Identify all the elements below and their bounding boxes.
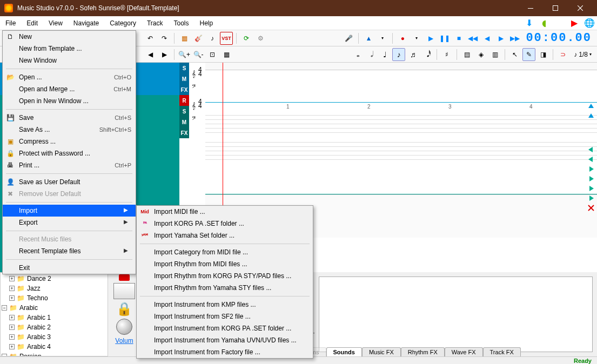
volume-knob[interactable] <box>116 319 132 335</box>
timeline-lane-2[interactable]: 1 2 3 4 <box>205 103 597 194</box>
tree-expand-icon[interactable]: + <box>9 295 15 301</box>
menu-open-merge[interactable]: Open and Merge ...Ctrl+M <box>3 83 136 95</box>
tree-expand-icon[interactable]: + <box>9 325 15 330</box>
track2-solo[interactable]: S <box>179 106 189 117</box>
zoom-sel-icon[interactable]: ⊡ <box>206 48 219 61</box>
menu-open-new-window[interactable]: Open in New Window ... <box>3 95 136 107</box>
arrow-right-icon[interactable] <box>587 194 595 202</box>
rewind-start-button[interactable]: ◀◀ <box>466 32 479 45</box>
tab-sounds[interactable]: Sounds <box>326 347 362 356</box>
eraser-tool-icon[interactable]: ◨ <box>536 48 549 61</box>
menu-track[interactable]: Track <box>142 16 169 30</box>
grid-b-icon[interactable]: ◈ <box>474 48 487 61</box>
tab-rhythm-fx[interactable]: Rhythm FX <box>401 347 445 356</box>
tab-music-fx[interactable]: Music FX <box>362 347 401 356</box>
record-dropdown-icon[interactable]: ▾ <box>410 32 423 45</box>
metronome-dropdown-icon[interactable]: ▾ <box>376 32 389 45</box>
menu-help[interactable]: Help <box>194 16 218 30</box>
menu-save-as[interactable]: Save As ...Shift+Ctrl+S <box>3 124 136 136</box>
maximize-button[interactable] <box>543 0 568 16</box>
sharp-icon[interactable]: ♯ <box>440 48 453 61</box>
refresh-icon[interactable]: ⟳ <box>240 32 253 45</box>
menu-new[interactable]: 🗋New <box>3 31 136 43</box>
track2-record[interactable]: R <box>179 95 189 106</box>
stop-button[interactable]: ■ <box>452 32 465 45</box>
tree-expand-icon[interactable]: + <box>9 334 15 340</box>
category-tree[interactable]: +📁Dance 2 +📁Jazz +📁Techno −📁Arabic +📁Ara… <box>0 272 108 356</box>
redo-icon[interactable]: ↷ <box>158 32 171 45</box>
youtube-icon[interactable]: ▶ <box>567 16 582 30</box>
mixer-icon[interactable]: ▦ <box>178 32 191 45</box>
description-box[interactable] <box>319 277 593 352</box>
import-instrument-sf2[interactable]: Import Instrument from SF2 file ... <box>137 311 313 322</box>
metronome-icon[interactable]: ▲ <box>362 32 375 45</box>
track1-mute[interactable]: M <box>179 73 189 84</box>
rewind-button[interactable]: ◀ <box>480 32 493 45</box>
quarter-note-icon[interactable]: ♩ <box>378 48 391 61</box>
import-instrument-kmp[interactable]: Import Instrument from KMP files ... <box>137 299 313 311</box>
menu-protect[interactable]: 🔒Protect with Password ... <box>3 147 136 159</box>
undo-icon[interactable]: ↶ <box>144 32 157 45</box>
menu-navigate[interactable]: Navigate <box>68 16 104 30</box>
forward-end-button[interactable]: ▶▶ <box>508 32 521 45</box>
menu-exit[interactable]: Exit <box>3 262 136 274</box>
keyboard-icon[interactable] <box>113 283 135 299</box>
import-instrument-korg[interactable]: Import Instrument from KORG PA .SET fold… <box>137 322 313 334</box>
menu-export[interactable]: Export▶ <box>3 217 136 228</box>
menu-open[interactable]: 📂Open ...Ctrl+O <box>3 71 136 83</box>
tree-expand-icon[interactable]: + <box>9 315 15 320</box>
note-fx-icon[interactable]: ♪ <box>206 32 219 45</box>
delete-icon[interactable] <box>587 204 595 212</box>
import-rhythm-midi[interactable]: Import Rhythm from MIDI files ... <box>137 258 313 270</box>
import-yamaha-set[interactable]: ʸᴬᴹImport Yamaha Set folder ... <box>137 230 313 241</box>
whole-note-icon[interactable]: 𝅝 <box>350 48 363 61</box>
import-korg-set[interactable]: ᴾᴬImport KORG PA .SET folder ... <box>137 218 313 230</box>
pause-button[interactable]: ❚❚ <box>438 32 451 45</box>
grid-a-icon[interactable]: ▤ <box>460 48 473 61</box>
tree-collapse-icon[interactable]: − <box>2 305 7 311</box>
tree-expand-icon[interactable]: + <box>9 344 15 349</box>
arrow-up-icon[interactable] <box>587 112 595 120</box>
grid-icon[interactable]: ▦ <box>220 48 233 61</box>
volume-link[interactable]: Volum <box>115 337 133 345</box>
import-category-midi[interactable]: Import Category from MIDI file ... <box>137 246 313 258</box>
menu-save-default[interactable]: 👤Save as User Default <box>3 176 136 188</box>
zoom-out-icon[interactable]: 🔍- <box>192 48 205 61</box>
zoom-in-icon[interactable]: 🔍+ <box>178 48 191 61</box>
menu-save[interactable]: 💾SaveCtrl+S <box>3 112 136 124</box>
mic-icon[interactable]: 🎤 <box>342 32 355 45</box>
tree-expand-icon[interactable]: + <box>9 276 15 281</box>
arrow-right-icon[interactable] <box>587 165 595 173</box>
tree-expand-icon[interactable]: + <box>9 286 15 291</box>
apple-icon[interactable] <box>552 16 567 30</box>
arrow-left-icon[interactable] <box>587 146 595 153</box>
menu-recent-music[interactable]: Recent Music files <box>3 233 136 245</box>
import-rhythm-korg[interactable]: Import Rhythm from KORG PA STY/PAD files… <box>137 270 313 282</box>
arrow-right-icon[interactable] <box>587 175 595 183</box>
menu-new-window[interactable]: New Window <box>3 55 136 66</box>
android-icon[interactable]: ◖ <box>536 16 552 30</box>
pencil-tool-icon[interactable]: ✎ <box>522 48 535 61</box>
track2-mute[interactable]: M <box>179 117 189 127</box>
lock-icon[interactable]: 🔒 <box>116 301 132 316</box>
track1-solo[interactable]: S <box>179 63 189 73</box>
arrow-left-icon[interactable] <box>587 156 595 163</box>
settings-icon[interactable]: ⚙ <box>254 32 267 45</box>
close-button[interactable] <box>568 0 593 16</box>
import-rhythm-yamaha[interactable]: Import Rhythm from Yamaha STY files ... <box>137 282 313 294</box>
menu-remove-default[interactable]: ✖Remove User Default <box>3 188 136 200</box>
menu-new-template[interactable]: New from Template ... <box>3 43 136 55</box>
import-instrument-factory[interactable]: Import Instrument from Factory file ... <box>137 346 313 358</box>
menu-category[interactable]: Category <box>104 16 142 30</box>
record-button[interactable]: ● <box>396 32 409 45</box>
guitar-icon[interactable]: 🎸 <box>192 32 205 45</box>
thirtysecond-note-icon[interactable]: 𝅘𝅥𝅰 <box>420 48 433 61</box>
minimize-button[interactable] <box>518 0 543 16</box>
prev-icon[interactable]: ◀ <box>144 48 157 61</box>
menu-compress[interactable]: ▣Compress ... <box>3 136 136 147</box>
tab-wave-fx[interactable]: Wave FX <box>445 347 483 356</box>
arrow-up-icon[interactable] <box>587 103 595 110</box>
forward-button[interactable]: ▶ <box>494 32 507 45</box>
menu-tools[interactable]: Tools <box>168 16 194 30</box>
arrow-tool-icon[interactable]: ↖ <box>508 48 521 61</box>
